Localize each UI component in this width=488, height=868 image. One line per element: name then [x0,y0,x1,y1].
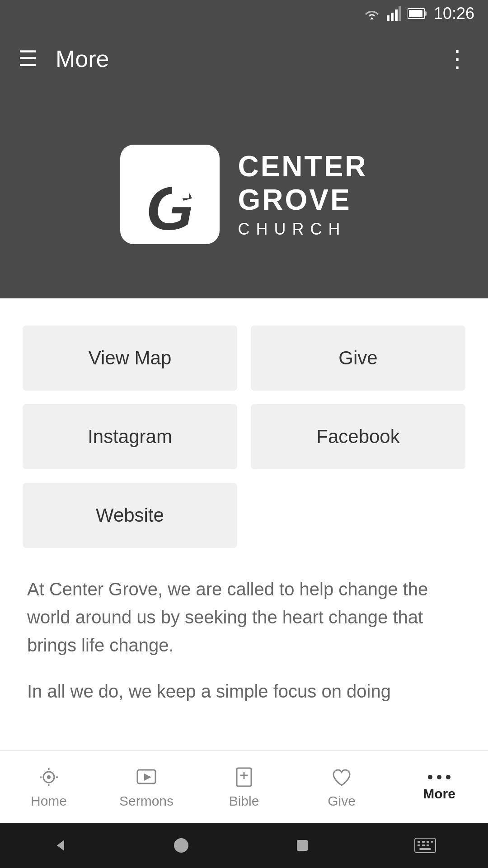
svg-rect-25 [297,840,308,851]
svg-point-10 [47,775,51,779]
svg-rect-3 [399,6,401,21]
logo-text: CENTER GROVE CHURCH [238,150,367,238]
description-paragraph-1: At Center Grove, we are called to help c… [27,575,461,659]
description-text: At Center Grove, we are called to help c… [23,561,465,705]
nav-item-bible[interactable]: Bible [203,765,285,809]
signal-icon [387,6,401,21]
battery-icon [408,8,427,19]
svg-rect-2 [395,9,398,21]
button-row-1: View Map Give [23,326,465,391]
nav-label-home: Home [31,793,67,809]
content-area: View Map Give Instagram Facebook Website… [0,298,488,723]
svg-rect-27 [418,841,420,843]
svg-marker-23 [57,840,64,851]
view-map-button[interactable]: View Map [23,326,237,391]
status-time: 10:26 [434,4,474,23]
logo-icon: G [120,145,220,244]
svg-point-22 [446,775,450,779]
description-paragraph-2: In all we do, we keep a simple focus on … [27,677,461,705]
status-bar: 10:26 [0,0,488,27]
nav-item-more[interactable]: More [399,773,480,802]
keyboard-button[interactable] [414,837,436,854]
svg-marker-16 [144,774,151,781]
svg-rect-1 [391,13,394,21]
logo-name-line2: GROVE [238,184,367,217]
logo-area: G CENTER GROVE CHURCH [0,90,488,298]
facebook-button[interactable]: Facebook [251,404,465,469]
logo-name-line1: CENTER [238,150,367,184]
bottom-nav: Home Sermons Bible Give More [0,750,488,823]
nav-item-give[interactable]: Give [301,765,382,809]
svg-rect-34 [419,848,431,850]
nav-label-more: More [423,786,455,802]
instagram-button[interactable]: Instagram [23,404,237,469]
svg-rect-31 [418,844,420,846]
overflow-menu-icon[interactable]: ⋮ [446,45,470,72]
system-nav-bar [0,823,488,868]
nav-label-give: Give [328,793,356,809]
more-dots-nav-icon [427,773,451,782]
logo-name-line3: CHURCH [238,220,367,239]
svg-rect-6 [409,10,422,17]
nav-label-sermons: Sermons [119,793,174,809]
svg-text:G: G [146,174,194,233]
sermons-icon [135,765,158,789]
page-title: More [56,45,446,72]
give-button[interactable]: Give [251,326,465,391]
website-button[interactable]: Website [23,483,237,548]
header: ☰ More ⋮ [0,27,488,90]
svg-rect-5 [425,11,427,16]
nav-label-bible: Bible [229,793,259,809]
home-icon [37,765,61,789]
recents-button[interactable] [293,836,311,854]
status-icons: 10:26 [363,4,474,23]
back-button[interactable] [52,836,70,854]
hamburger-icon[interactable]: ☰ [18,48,38,70]
svg-rect-8 [172,187,189,198]
svg-point-21 [437,775,441,779]
nav-item-sermons[interactable]: Sermons [106,765,187,809]
svg-rect-32 [422,844,425,846]
home-button[interactable] [172,836,190,854]
svg-rect-29 [427,841,429,843]
wifi-icon [363,7,380,20]
nav-item-home[interactable]: Home [8,765,89,809]
bible-icon [232,765,256,789]
svg-point-20 [428,775,432,779]
button-row-2: Instagram Facebook [23,404,465,469]
svg-rect-33 [427,844,429,846]
svg-rect-0 [387,15,389,21]
church-logo-g: G [131,156,208,233]
svg-rect-30 [431,841,433,843]
svg-point-24 [174,838,188,853]
svg-rect-28 [422,841,425,843]
give-icon [330,765,353,789]
